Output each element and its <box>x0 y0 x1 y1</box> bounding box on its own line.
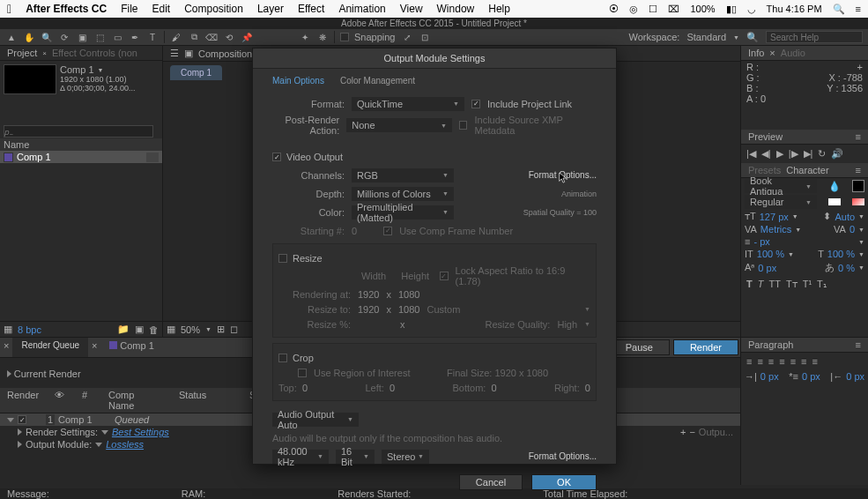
disclosure-current[interactable] <box>7 370 11 377</box>
font-family-dropdown[interactable]: Book Antiqua <box>745 179 817 193</box>
menu-edit[interactable]: Edit <box>152 3 170 15</box>
interpretfootage-icon[interactable]: ▦ <box>4 324 12 335</box>
fill-swatch[interactable] <box>852 180 864 192</box>
menu-layer[interactable]: Layer <box>257 3 284 15</box>
tab-info[interactable]: Info <box>748 48 764 58</box>
rq-settings-val[interactable]: Best Settings <box>112 427 169 437</box>
preview-mute-icon[interactable]: 🔊 <box>831 148 843 160</box>
brush-tool-icon[interactable]: 🖌 <box>170 31 182 43</box>
menu-file[interactable]: File <box>121 3 137 15</box>
justify-last-right-icon[interactable]: ≡ <box>801 356 806 367</box>
rq-rs-disclosure[interactable] <box>18 428 22 436</box>
trash-icon[interactable]: 🗑 <box>149 324 159 335</box>
tab-comp1-timeline[interactable]: Comp 1 <box>100 338 162 357</box>
justify-last-left-icon[interactable]: ≡ <box>779 356 784 367</box>
siri-icon[interactable]: ≡ <box>856 4 861 14</box>
tab-character[interactable]: Character <box>786 165 828 175</box>
menu-help[interactable]: Help <box>488 3 510 15</box>
audio-format-options-button[interactable]: Format Options... <box>529 451 597 461</box>
superscript-icon[interactable]: T¹ <box>803 279 812 290</box>
comp-subtab[interactable]: Comp 1 <box>170 65 222 80</box>
search-input[interactable] <box>766 31 863 43</box>
channels-dropdown[interactable]: RGB <box>352 168 454 182</box>
comp-thumbnail[interactable] <box>4 64 56 94</box>
puppet-tool-icon[interactable]: 📌 <box>241 31 253 43</box>
rect-tool-icon[interactable]: ▭ <box>111 31 123 43</box>
bpc-toggle[interactable]: 8 bpc <box>18 324 41 335</box>
nofill-swatch[interactable] <box>852 198 864 205</box>
indent-first[interactable]: 0 px <box>802 371 820 382</box>
rq-enable[interactable] <box>18 415 26 424</box>
camera-tool-icon[interactable]: ▣ <box>76 31 88 43</box>
allcaps-icon[interactable]: TT <box>768 279 780 290</box>
menu-composition[interactable]: Composition <box>184 3 243 15</box>
menu-animation[interactable]: Animation <box>338 3 385 15</box>
rotate-tool-icon[interactable]: ⟳ <box>58 31 70 43</box>
zoom-tool-icon[interactable]: 🔍 <box>41 31 53 43</box>
preview-loop-icon[interactable]: ↻ <box>818 148 826 160</box>
text-tool-icon[interactable]: T <box>146 31 159 43</box>
world-tool-icon[interactable]: ❋ <box>316 31 329 43</box>
snapping-checkbox[interactable] <box>340 33 349 41</box>
eraser-tool-icon[interactable]: ⌫ <box>205 31 218 43</box>
depth-dropdown[interactable]: Millions of Colors <box>352 187 454 201</box>
hand-tool-icon[interactable]: ✋ <box>23 31 35 43</box>
render-button[interactable]: Render <box>673 339 738 355</box>
cancel-button[interactable]: Cancel <box>459 474 523 490</box>
new-comp-icon[interactable]: ▣ <box>135 324 144 335</box>
rq-disclosure[interactable] <box>7 418 14 422</box>
zoom-level[interactable]: 50% <box>181 324 200 335</box>
audio-bit-dropdown[interactable]: 16 Bit <box>336 450 375 464</box>
eyedropper-icon[interactable]: 💧 <box>828 181 841 192</box>
resize-checkbox[interactable] <box>278 254 287 263</box>
pause-button[interactable]: Pause <box>609 339 670 355</box>
apple-icon[interactable]:  <box>7 2 11 16</box>
preview-next-icon[interactable]: |▶ <box>789 148 798 160</box>
close-tab-icon[interactable]: × <box>42 49 47 57</box>
tab-close-icon[interactable]: × <box>0 338 12 357</box>
crop-checkbox[interactable] <box>278 354 287 362</box>
baseline[interactable]: 0 px <box>758 263 776 273</box>
italic-icon[interactable]: T <box>758 279 764 290</box>
video-output-checkbox[interactable] <box>272 153 281 161</box>
tab-effect-controls[interactable]: Effect Controls (non <box>52 48 137 58</box>
tab-main-options[interactable]: Main Options <box>272 76 324 86</box>
rq-output-val[interactable]: Lossless <box>106 439 144 450</box>
subscript-icon[interactable]: T₁ <box>817 279 827 290</box>
preview-prev-icon[interactable]: ◀| <box>761 148 771 160</box>
rq-om-disclosure[interactable] <box>18 441 22 448</box>
plus-icon[interactable]: + <box>680 427 686 437</box>
new-folder-icon[interactable]: 📁 <box>117 324 130 335</box>
tracking-v[interactable]: 0 <box>849 224 855 235</box>
include-xmp-checkbox[interactable] <box>459 121 467 130</box>
preview-panel-tab[interactable]: Preview≡ <box>741 130 868 145</box>
preview-play-icon[interactable]: ▶ <box>776 148 783 160</box>
menu-view[interactable]: View <box>400 3 423 15</box>
indent-right[interactable]: 0 px <box>846 371 864 382</box>
ok-button[interactable]: OK <box>531 474 597 490</box>
leading[interactable]: Auto <box>835 212 855 222</box>
flowchart-icon[interactable]: ☰ <box>170 48 179 59</box>
tab-presets[interactable]: Presets <box>748 165 781 175</box>
vscale[interactable]: 100 % <box>757 249 784 259</box>
menu-effect[interactable]: Effect <box>298 3 324 15</box>
menu-window[interactable]: Window <box>437 3 475 15</box>
stroke-width[interactable]: - px <box>753 236 769 247</box>
audio-khz-dropdown[interactable]: 48.000 kHz <box>272 450 329 464</box>
tab2-close-icon[interactable]: × <box>88 338 100 357</box>
justify-last-center-icon[interactable]: ≡ <box>790 356 796 367</box>
project-item-comp1[interactable]: Comp 1 <box>17 152 143 162</box>
paragraph-panel-tab[interactable]: Paragraph≡ <box>741 338 868 353</box>
post-render-dropdown[interactable]: None <box>346 118 452 132</box>
spotlight-icon[interactable]: 🔍 <box>833 4 845 15</box>
tab-project[interactable]: Project <box>7 48 37 58</box>
include-link-checkbox[interactable] <box>471 100 480 108</box>
metrics[interactable]: Metrics <box>760 224 791 235</box>
tsume[interactable]: 0 % <box>838 263 855 273</box>
snap-edge-icon[interactable]: ⤢ <box>401 31 413 43</box>
align-right-icon[interactable]: ≡ <box>768 356 774 367</box>
app-name[interactable]: After Effects CC <box>26 3 107 15</box>
audio-stereo-dropdown[interactable]: Stereo <box>382 450 429 464</box>
axis-tool-icon[interactable]: ✦ <box>299 31 311 43</box>
font-size[interactable]: 127 px <box>760 212 789 222</box>
